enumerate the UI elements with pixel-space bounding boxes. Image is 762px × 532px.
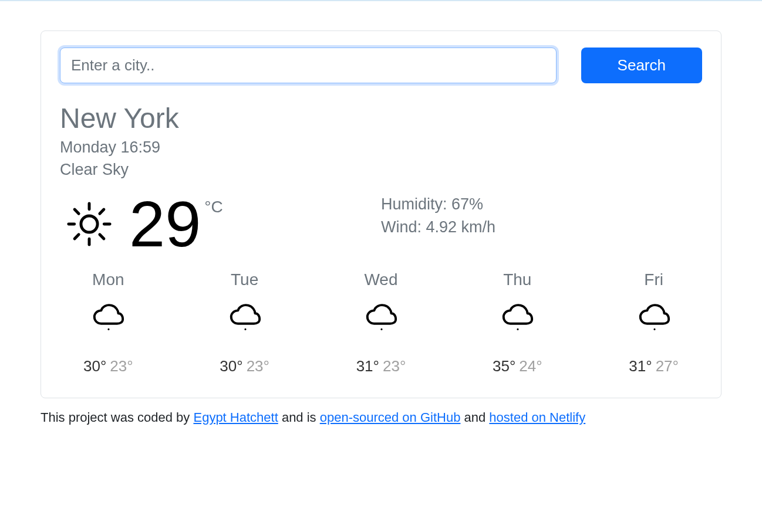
forecast-day-label: Tue: [231, 270, 258, 289]
forecast-day-label: Wed: [364, 270, 397, 289]
forecast-temps: 30°23°: [220, 357, 269, 375]
wind-stat: Wind: 4.92 km/h: [381, 216, 702, 239]
svg-point-0: [81, 216, 97, 232]
github-link[interactable]: open-sourced on GitHub: [320, 410, 461, 425]
svg-line-7: [75, 234, 79, 238]
search-button[interactable]: Search: [581, 48, 702, 83]
forecast-temps: 35°24°: [493, 357, 542, 375]
temperature-unit: °C: [204, 198, 222, 216]
date-time: Monday 16:59: [60, 137, 702, 159]
sun-icon: [60, 195, 119, 253]
current-temperature: 29: [129, 192, 201, 256]
humidity-stat: Humidity: 67%: [381, 193, 702, 216]
forecast-day: Thu 35°24°: [493, 270, 542, 375]
forecast-temps: 31°23°: [356, 357, 406, 375]
forecast-day: Mon 30°23°: [83, 270, 133, 375]
forecast-day-label: Mon: [92, 270, 124, 289]
search-form: Search: [60, 48, 702, 83]
rain-cloud-icon: [499, 300, 535, 336]
svg-line-6: [100, 234, 104, 238]
weather-card: Search New York Monday 16:59 Clear Sky: [41, 31, 721, 398]
forecast-day-label: Fri: [644, 270, 663, 289]
current-weather: 29 °C Humidity: 67% Wind: 4.92 km/h: [60, 192, 702, 256]
rain-cloud-icon: [636, 300, 672, 336]
footer-credits: This project was coded by Egypt Hatchett…: [41, 410, 721, 425]
svg-point-9: [108, 328, 110, 330]
forecast-row: Mon 30°23° Tue: [60, 270, 702, 375]
svg-point-13: [653, 328, 655, 330]
forecast-day: Tue 30°23°: [220, 270, 269, 375]
weather-overview: New York Monday 16:59 Clear Sky: [60, 102, 702, 181]
forecast-day: Wed 31°23°: [356, 270, 406, 375]
svg-line-8: [100, 209, 104, 214]
rain-cloud-icon: [363, 300, 399, 336]
author-link[interactable]: Egypt Hatchett: [193, 410, 278, 425]
forecast-temps: 31°27°: [629, 357, 679, 375]
svg-point-12: [517, 328, 519, 330]
svg-line-5: [75, 209, 79, 214]
forecast-temps: 30°23°: [83, 357, 133, 375]
forecast-day: Fri 31°27°: [629, 270, 679, 375]
svg-point-11: [380, 328, 382, 330]
netlify-link[interactable]: hosted on Netlify: [489, 410, 585, 425]
forecast-day-label: Thu: [503, 270, 531, 289]
svg-point-10: [244, 328, 246, 330]
weather-description: Clear Sky: [60, 159, 702, 181]
rain-cloud-icon: [227, 300, 263, 336]
city-name: New York: [60, 102, 702, 134]
rain-cloud-icon: [90, 300, 126, 336]
city-search-input[interactable]: [60, 48, 557, 83]
